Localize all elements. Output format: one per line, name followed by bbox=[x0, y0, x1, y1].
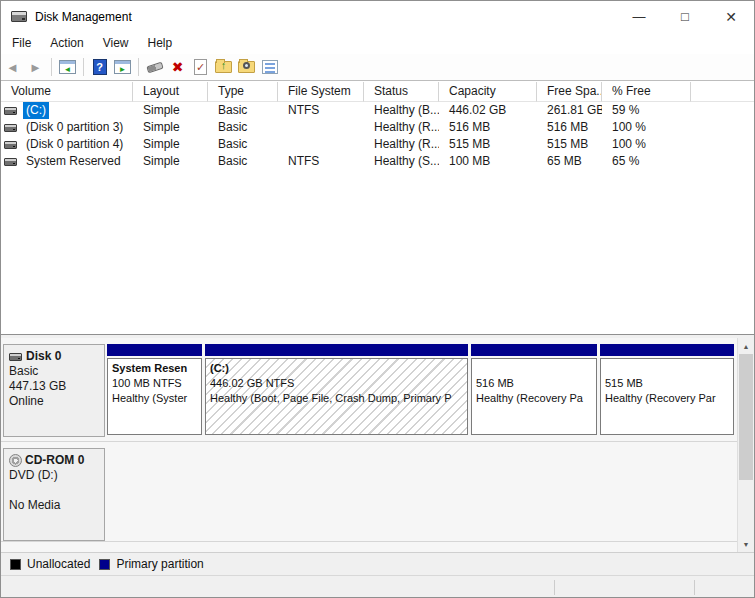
cdrom-kind: DVD (D:) bbox=[9, 468, 99, 483]
scroll-down-icon[interactable]: ▼ bbox=[738, 536, 754, 552]
table-row[interactable]: (C:) Simple Basic NTFS Healthy (B... 446… bbox=[1, 102, 754, 119]
column-header-layout[interactable]: Layout bbox=[133, 82, 208, 102]
cell-file-system bbox=[278, 119, 364, 136]
table-row[interactable]: System Reserved Simple Basic NTFS Health… bbox=[1, 153, 754, 170]
cell-pct-free: 65 % bbox=[602, 153, 691, 170]
column-header-volume[interactable]: Volume bbox=[1, 82, 133, 102]
volume-drive-icon bbox=[4, 107, 17, 115]
show-console-tree-icon[interactable]: ◄ bbox=[56, 56, 79, 78]
column-header-file-system[interactable]: File System bbox=[278, 82, 364, 102]
unallocated-swatch bbox=[10, 559, 21, 570]
primary-partition-swatch bbox=[99, 559, 110, 570]
explore-icon[interactable] bbox=[235, 56, 258, 78]
partition-status: Healthy (Boot, Page File, Crash Dump, Pr… bbox=[210, 391, 463, 406]
toolbar-separator bbox=[138, 58, 139, 76]
partition-recovery-4[interactable]: 515 MB Healthy (Recovery Par bbox=[600, 344, 734, 437]
properties-icon[interactable] bbox=[258, 56, 281, 78]
disk-management-window: Disk Management — □ ✕ File Action View H… bbox=[0, 0, 755, 598]
vertical-scrollbar[interactable]: ▲ ▼ bbox=[737, 338, 754, 552]
back-icon[interactable]: ◄ bbox=[1, 56, 24, 78]
delete-icon[interactable]: ✖ bbox=[166, 56, 189, 78]
menu-action[interactable]: Action bbox=[41, 33, 92, 53]
disk-kind: Basic bbox=[9, 364, 99, 379]
menu-file[interactable]: File bbox=[3, 33, 40, 53]
scroll-up-icon[interactable]: ▲ bbox=[738, 338, 754, 354]
disk-state: Online bbox=[9, 394, 99, 409]
cell-type: Basic bbox=[208, 119, 278, 136]
cdrom-0-row: CD-ROM 0 DVD (D:) No Media bbox=[1, 442, 737, 542]
cell-type: Basic bbox=[208, 136, 278, 153]
disk-0-row: Disk 0 Basic 447.13 GB Online System Res… bbox=[1, 338, 737, 442]
cell-pct-free: 100 % bbox=[602, 119, 691, 136]
cell-capacity: 516 MB bbox=[439, 119, 537, 136]
cell-free-space: 515 MB bbox=[537, 136, 602, 153]
partition-size: 100 MB NTFS bbox=[112, 376, 197, 391]
cell-status: Healthy (S... bbox=[364, 153, 439, 170]
partition-name bbox=[476, 361, 592, 376]
partition-system-reserved[interactable]: System Resen 100 MB NTFS Healthy (Syster bbox=[107, 344, 202, 437]
volume-drive-icon bbox=[4, 158, 17, 166]
volume-list-pane: Volume Layout Type File System Status Ca… bbox=[1, 82, 754, 334]
volume-drive-icon bbox=[4, 124, 17, 132]
disk-0-info-panel[interactable]: Disk 0 Basic 447.13 GB Online bbox=[3, 344, 105, 437]
title-bar: Disk Management — □ ✕ bbox=[1, 1, 754, 32]
cell-layout: Simple bbox=[133, 119, 208, 136]
partition-size: 446.02 GB NTFS bbox=[210, 376, 463, 391]
column-header-free-space[interactable]: Free Spa... bbox=[537, 82, 602, 102]
partition-c-drive[interactable]: (C:) 446.02 GB NTFS Healthy (Boot, Page … bbox=[205, 344, 468, 437]
cell-free-space: 65 MB bbox=[537, 153, 602, 170]
partition-recovery-3[interactable]: 516 MB Healthy (Recovery Pa bbox=[471, 344, 597, 437]
table-row[interactable]: (Disk 0 partition 4) Simple Basic Health… bbox=[1, 136, 754, 153]
close-button[interactable]: ✕ bbox=[708, 1, 754, 32]
disk-icon bbox=[9, 353, 22, 361]
cdrom-0-info-panel[interactable]: CD-ROM 0 DVD (D:) No Media bbox=[3, 448, 105, 541]
menu-help[interactable]: Help bbox=[139, 33, 182, 53]
cdrom-name: CD-ROM 0 bbox=[25, 453, 84, 468]
primary-partition-bar bbox=[471, 344, 597, 356]
cell-status: Healthy (B... bbox=[364, 102, 439, 119]
column-header-pct-free[interactable]: % Free bbox=[602, 82, 691, 102]
partition-name: (C:) bbox=[210, 361, 463, 376]
status-bar bbox=[1, 575, 754, 598]
column-header-capacity[interactable]: Capacity bbox=[439, 82, 537, 102]
folder-up-icon[interactable]: ↑ bbox=[212, 56, 235, 78]
minimize-button[interactable]: — bbox=[616, 1, 662, 32]
table-row[interactable]: (Disk 0 partition 3) Simple Basic Health… bbox=[1, 119, 754, 136]
column-header-type[interactable]: Type bbox=[208, 82, 278, 102]
legend-label-primary-partition: Primary partition bbox=[116, 557, 203, 571]
show-action-pane-icon[interactable]: ► bbox=[111, 56, 134, 78]
volume-name: (Disk 0 partition 3) bbox=[23, 119, 126, 136]
toolbar-separator bbox=[51, 58, 52, 76]
cell-status: Healthy (R... bbox=[364, 136, 439, 153]
forward-icon[interactable]: ► bbox=[24, 56, 47, 78]
status-bar-divider bbox=[554, 580, 555, 595]
toolbar: ◄ ► ◄ ? ► ✖ ✓ ↑ bbox=[1, 54, 754, 81]
partition-size: 515 MB bbox=[605, 376, 729, 391]
cell-capacity: 515 MB bbox=[439, 136, 537, 153]
column-header-blank[interactable] bbox=[691, 82, 754, 102]
volume-name: (C:) bbox=[23, 102, 49, 119]
primary-partition-bar bbox=[107, 344, 202, 356]
cell-capacity: 446.02 GB bbox=[439, 102, 537, 119]
graphical-view-pane: Disk 0 Basic 447.13 GB Online System Res… bbox=[1, 338, 754, 552]
partition-name bbox=[605, 361, 729, 376]
app-disk-icon bbox=[11, 11, 27, 22]
partition-status: Healthy (Recovery Par bbox=[605, 391, 729, 406]
column-header-status[interactable]: Status bbox=[364, 82, 439, 102]
cell-type: Basic bbox=[208, 153, 278, 170]
cell-status: Healthy (R... bbox=[364, 119, 439, 136]
check-document-icon[interactable]: ✓ bbox=[189, 56, 212, 78]
volume-table-header: Volume Layout Type File System Status Ca… bbox=[1, 82, 754, 102]
partition-status: Healthy (Recovery Pa bbox=[476, 391, 592, 406]
scrollbar-thumb[interactable] bbox=[739, 354, 753, 480]
menu-view[interactable]: View bbox=[94, 33, 138, 53]
legend-label-unallocated: Unallocated bbox=[27, 557, 90, 571]
maximize-button[interactable]: □ bbox=[662, 1, 708, 32]
admin-tool-icon[interactable] bbox=[143, 56, 166, 78]
volume-name: System Reserved bbox=[23, 153, 124, 170]
partition-name: System Resen bbox=[112, 361, 197, 376]
cell-file-system: NTFS bbox=[278, 153, 364, 170]
disk-name: Disk 0 bbox=[26, 349, 61, 364]
primary-partition-bar bbox=[600, 344, 734, 356]
help-icon[interactable]: ? bbox=[88, 56, 111, 78]
